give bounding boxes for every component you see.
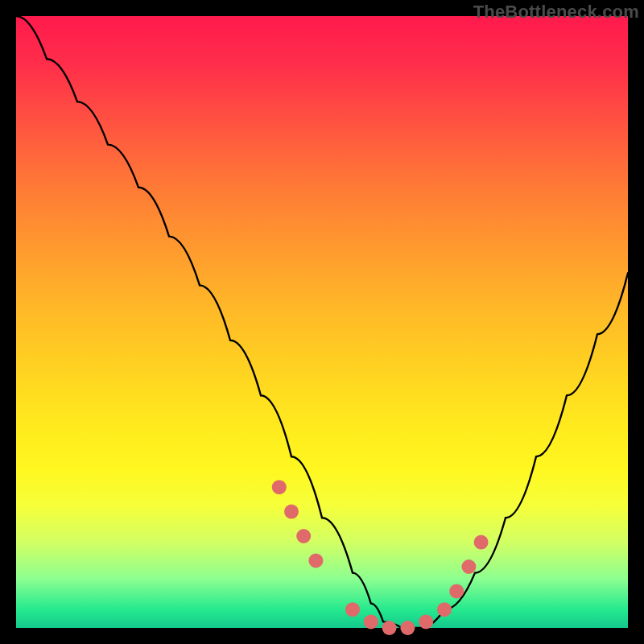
highlight-dot bbox=[437, 602, 452, 617]
plot-area bbox=[16, 16, 628, 628]
highlight-dot bbox=[419, 614, 433, 629]
chart-stage: TheBottleneck.com bbox=[0, 0, 644, 644]
highlight-dot bbox=[474, 535, 489, 550]
highlight-dot bbox=[382, 621, 397, 635]
highlight-dot bbox=[400, 621, 415, 635]
highlight-dot bbox=[308, 553, 323, 568]
highlight-dot bbox=[345, 602, 360, 617]
bottleneck-curve bbox=[16, 16, 628, 628]
highlight-dot bbox=[449, 584, 464, 598]
highlight-dot bbox=[364, 614, 378, 629]
highlight-dot bbox=[272, 480, 287, 494]
highlight-dot bbox=[296, 529, 311, 543]
highlight-dot bbox=[461, 559, 476, 574]
watermark-text: TheBottleneck.com bbox=[473, 2, 639, 23]
curve-svg bbox=[16, 16, 628, 628]
highlight-dot bbox=[284, 505, 299, 519]
